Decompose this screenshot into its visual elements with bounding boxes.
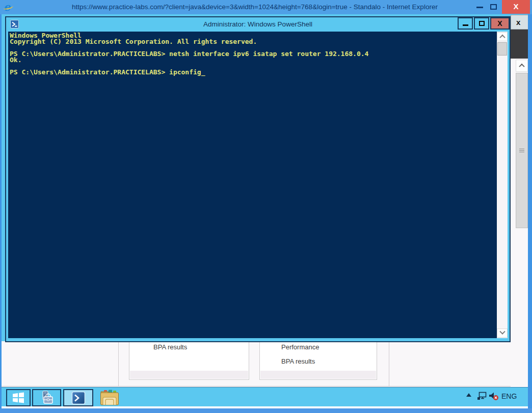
dashboard-tile: Performance BPA results <box>259 341 377 380</box>
console-line: PS C:\Users\Administrator.PRACTICELABS> … <box>10 51 368 57</box>
console-scrollbar-down-button[interactable] <box>497 328 508 338</box>
screen: e https://www.practice-labs.com/?client=… <box>0 0 532 413</box>
dashboard-divider <box>389 341 389 386</box>
file-explorer-icon <box>99 389 120 406</box>
powershell-close-button[interactable]: X <box>490 17 510 30</box>
console-line: Copyright (C) 2013 Microsoft Corporation… <box>10 39 368 45</box>
browser-border-bottom <box>0 408 532 413</box>
browser-close-button[interactable]: X <box>502 0 530 14</box>
powershell-icon <box>71 391 86 405</box>
browser-minimize-button[interactable] <box>476 7 483 8</box>
taskbar-file-explorer-button[interactable] <box>98 388 121 407</box>
scrollbar-chevron-up <box>499 35 505 40</box>
console-command: PS C:\Users\Administrator.PRACTICELABS> … <box>10 68 201 76</box>
powershell-maximize-button[interactable] <box>474 17 489 30</box>
background-window-dark-panel <box>511 30 528 59</box>
dashboard-bottom-line <box>2 386 511 387</box>
taskbar-powershell-button[interactable] <box>63 389 93 406</box>
server-manager-dashboard-strip: BPA results Performance BPA results <box>2 341 528 387</box>
console-line: Ok. <box>10 57 368 63</box>
console-prompt-line: PS C:\Users\Administrator.PRACTICELABS> … <box>10 69 368 75</box>
powershell-console[interactable]: Windows PowerShell Copyright (C) 2013 Mi… <box>8 32 508 338</box>
browser-maximize-button[interactable] <box>490 4 497 10</box>
start-button[interactable] <box>6 389 31 406</box>
taskbar-server-manager-button[interactable] <box>32 389 61 406</box>
tile-shade <box>130 371 248 379</box>
powershell-window: Administrator: Windows PowerShell X Wind… <box>5 16 511 342</box>
powershell-minimize-button[interactable] <box>458 17 473 30</box>
tile-link-bpa-results[interactable]: BPA results <box>153 343 249 351</box>
taskbar: ENG <box>2 387 528 406</box>
browser-border-right <box>528 14 532 413</box>
background-window-close-button[interactable]: x <box>511 15 530 30</box>
tile-link-bpa-results[interactable]: BPA results <box>281 357 377 365</box>
scrollbar-grip <box>519 149 524 149</box>
browser-titlebar[interactable]: e https://www.practice-labs.com/?client=… <box>0 0 532 14</box>
windows-start-icon <box>12 391 25 404</box>
console-cursor: _ <box>201 68 205 76</box>
tile-shade <box>260 371 376 379</box>
browser-border-left <box>0 14 2 413</box>
tray-up-icon[interactable] <box>466 393 471 397</box>
tile-link-performance[interactable]: Performance <box>281 343 377 351</box>
scrollbar-chevron-up <box>519 64 524 69</box>
console-scrollbar[interactable] <box>497 32 508 338</box>
powershell-titlebar[interactable]: Administrator: Windows PowerShell X <box>6 17 510 32</box>
language-indicator[interactable]: ENG <box>501 392 517 400</box>
console-scrollbar-thumb[interactable] <box>497 42 507 56</box>
maximize-icon <box>479 21 485 26</box>
scrollbar-chevron-down <box>499 329 505 335</box>
powershell-window-title: Administrator: Windows PowerShell <box>6 17 510 32</box>
page-scrollbar-up-button[interactable] <box>516 60 528 72</box>
server-manager-icon <box>39 390 55 405</box>
network-icon[interactable] <box>477 391 487 401</box>
console-scrollbar-up-button[interactable] <box>497 32 508 41</box>
minimize-icon <box>463 24 468 26</box>
console-output: Windows PowerShell Copyright (C) 2013 Mi… <box>10 33 368 75</box>
browser-title: https://www.practice-labs.com/?client=ja… <box>0 0 510 14</box>
page-scrollbar-thumb[interactable] <box>516 73 528 228</box>
dashboard-tile: BPA results <box>129 341 249 380</box>
dashboard-divider <box>118 341 119 386</box>
volume-muted-icon[interactable] <box>488 391 499 401</box>
